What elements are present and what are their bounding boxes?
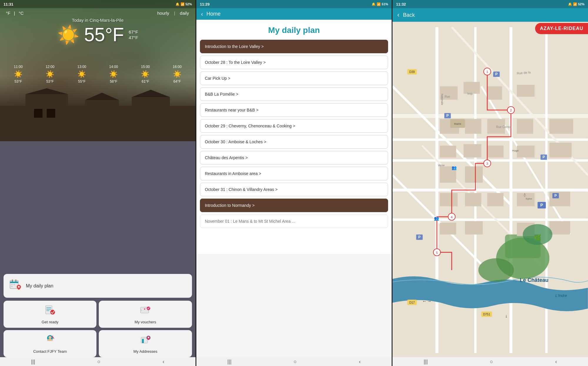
svg-text:5: 5 <box>436 251 438 254</box>
get-ready-label: Get ready <box>42 320 59 324</box>
status-icons-3: 🔔 📶 52% <box>568 2 584 6</box>
hour-temp-3: 58°F <box>110 79 117 84</box>
nav-menu-1[interactable]: ||| <box>31 359 35 365</box>
plan-item-6[interactable]: October 30 : Amboise & Loches > <box>200 135 388 149</box>
get-ready-button[interactable]: Get ready <box>4 301 96 328</box>
building-svg <box>0 82 196 141</box>
hour-item-0: 11:00 ☀️ 53°F <box>14 65 23 84</box>
svg-text:↓: ↓ <box>505 313 507 318</box>
map-city-label: AZAY-LE-RIDEAU <box>535 23 588 34</box>
menu-grid: Get ready My <box>4 301 192 357</box>
svg-text:Nationale: Nationale <box>441 94 444 105</box>
fahrenheit-unit[interactable]: °F <box>6 11 10 16</box>
svg-text:P: P <box>418 235 421 239</box>
svg-rect-75 <box>440 223 456 234</box>
plan-item-label-0: Introduction to the Loire Valley > <box>205 44 264 49</box>
nav-menu-3[interactable]: ||| <box>424 359 428 365</box>
plan-item-10[interactable]: Introduction to Normandy > <box>200 199 388 212</box>
hour-icon-4: ☀️ <box>141 70 150 78</box>
svg-text:D751: D751 <box>483 313 490 316</box>
temp-row: ☀️ 55°F 67°F 47°F <box>57 24 138 46</box>
signal-icon-3: 📶 <box>573 2 577 6</box>
svg-rect-67 <box>549 143 572 157</box>
get-ready-icon <box>44 304 56 318</box>
status-bar-1: 11:31 🔔 📶 52% <box>0 0 196 8</box>
high-temp: 67°F <box>129 29 138 34</box>
svg-rect-61 <box>517 119 533 134</box>
svg-rect-15 <box>11 286 13 287</box>
bottom-nav-2: ||| ○ ‹ <box>196 357 392 366</box>
svg-rect-31 <box>145 340 146 342</box>
hour-time-2: 13:00 <box>77 65 86 69</box>
plan-item-label-9: October 31 : Chinon & Villandry Areas > <box>205 187 278 192</box>
svg-text:👥: 👥 <box>452 165 457 171</box>
hour-icon-1: ☀️ <box>46 70 54 78</box>
menu-section: My daily plan Get ready <box>0 274 196 357</box>
daily-plan-button[interactable]: My daily plan <box>4 274 192 298</box>
status-icons-2: 🔔 📶 51% <box>372 2 388 6</box>
plan-item-2[interactable]: Car Pick Up > <box>200 71 388 85</box>
map-header-title: Back <box>403 12 415 18</box>
nav-home-2[interactable]: ○ <box>294 359 297 365</box>
status-time-2: 11:29 <box>200 2 210 6</box>
svg-marker-6 <box>85 93 119 100</box>
svg-text:Victor: Victor <box>438 164 445 167</box>
celsius-unit[interactable]: °C <box>19 11 24 16</box>
svg-text:Le Château: Le Château <box>520 277 549 283</box>
nav-back-1[interactable]: ‹ <box>163 359 164 365</box>
hourly-view[interactable]: hourly <box>157 11 169 16</box>
plan-item-label-3: B&B La Pomélie > <box>205 92 238 97</box>
temp-units[interactable]: °F | °C <box>5 11 25 16</box>
battery-2: 51% <box>382 2 388 6</box>
hour-item-5: 16:00 ☀️ 64°F <box>173 65 182 84</box>
svg-rect-70 <box>440 193 457 206</box>
svg-text:D17: D17 <box>410 301 415 304</box>
plan-item-11[interactable]: November 01 : Le Mans & to Mt St Michel … <box>200 214 388 228</box>
my-vouchers-icon <box>140 304 151 318</box>
status-time-3: 11:32 <box>396 2 406 6</box>
svg-point-34 <box>148 337 149 338</box>
hour-item-1: 12:00 ☀️ 53°F <box>46 65 54 84</box>
svg-text:Imp.: Imp. <box>467 92 473 95</box>
nav-back-3[interactable]: ‹ <box>555 359 557 365</box>
contact-team-button[interactable]: Contact FJFY Team <box>4 330 96 357</box>
nav-back-2[interactable]: ‹ <box>359 359 361 365</box>
svg-text:Eglise: Eglise <box>526 197 532 200</box>
view-toggle[interactable]: hourly | daily <box>156 11 191 16</box>
bottom-nav-1: ||| ○ ‹ <box>0 357 196 366</box>
plan-item-9[interactable]: October 31 : Chinon & Villandry Areas > <box>200 183 388 196</box>
plan-item-5[interactable]: October 29 : Cheverny, Chenonceau & Cook… <box>200 119 388 133</box>
svg-rect-10 <box>10 282 18 283</box>
plan-item-8[interactable]: Restaurants in Amboise area > <box>200 167 388 180</box>
map-back-button[interactable]: ‹ <box>397 11 399 19</box>
nav-home-1[interactable]: ○ <box>97 359 101 365</box>
nav-menu-2[interactable]: ||| <box>227 359 231 365</box>
sun-icon: ☀️ <box>57 24 79 45</box>
plan-item-0[interactable]: Introduction to the Loire Valley > <box>200 40 388 53</box>
svg-text:🌿: 🌿 <box>534 234 542 241</box>
plan-item-4[interactable]: Restaurants near your B&B > <box>200 103 388 117</box>
hour-icon-2: ☀️ <box>77 70 86 78</box>
svg-rect-65 <box>487 146 504 157</box>
plan-item-label-2: Car Pick Up > <box>205 76 230 81</box>
plan-item-7[interactable]: Château des Arpentis > <box>200 151 388 164</box>
svg-text:Rue Carnot: Rue Carnot <box>496 125 512 129</box>
plan-item-1[interactable]: October 28 : To the Loire Valley > <box>200 56 388 69</box>
svg-text:D39: D39 <box>410 70 415 74</box>
svg-text:Hugo: Hugo <box>512 149 519 152</box>
map-container[interactable]: Rue Imp. Victor Hugo 1 2 3 4 5 P <box>392 23 588 357</box>
nav-home-3[interactable]: ○ <box>490 359 493 365</box>
status-bar-3: 11:32 🔔 📶 52% <box>392 0 588 8</box>
battery-1: 52% <box>186 2 192 6</box>
my-vouchers-button[interactable]: My vouchers <box>99 301 192 328</box>
signal-icon-2: 📶 <box>377 2 381 6</box>
svg-rect-69 <box>465 166 483 182</box>
my-addresses-button[interactable]: My Addresses <box>99 330 192 357</box>
plan-back-button[interactable]: ‹ <box>201 11 203 17</box>
daily-plan-panel: 11:29 🔔 📶 51% ‹ Home My daily plan Intro… <box>196 0 392 366</box>
plan-item-3[interactable]: B&B La Pomélie > <box>200 87 388 101</box>
daily-view[interactable]: daily <box>180 11 189 16</box>
hour-item-2: 13:00 ☀️ 55°F <box>77 65 86 84</box>
plan-list-container[interactable]: Introduction to the Loire Valley > Octob… <box>196 40 392 254</box>
svg-rect-14 <box>14 284 15 285</box>
